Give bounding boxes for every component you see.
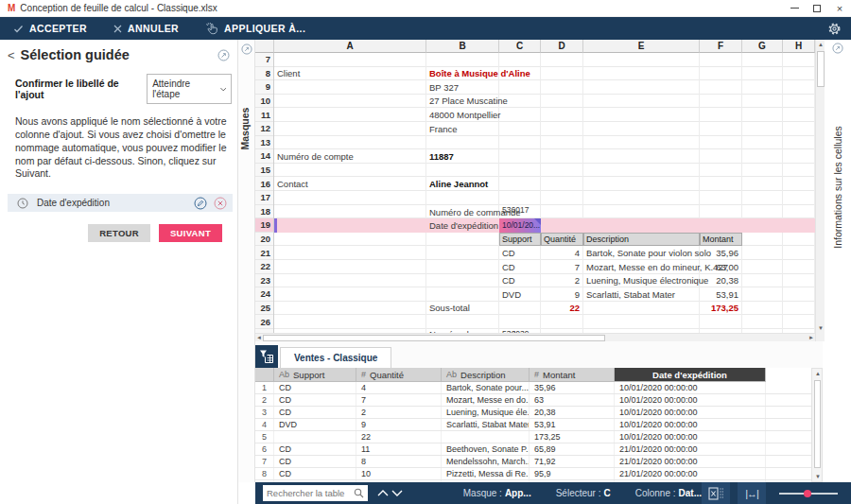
status-colonne[interactable]: Colonne :Dat...	[635, 488, 702, 498]
table-column-header-4[interactable]: #Montant	[530, 368, 615, 382]
sheet-cell-C19[interactable]: 10/01/20...	[499, 218, 541, 233]
table-cell[interactable]: 173,25	[530, 431, 615, 443]
table-scroll-up-icon[interactable]: ▲	[812, 371, 824, 376]
field-name-row[interactable]: Date d'expédition	[8, 194, 233, 212]
tab-ventes-classique[interactable]: Ventes - Classique	[280, 347, 391, 368]
table-column-header-1[interactable]: AbSupport	[274, 368, 356, 382]
sheet-cell-B18[interactable]: Numéro de commande	[426, 205, 499, 219]
column-header-A[interactable]: A	[274, 40, 426, 53]
close-button[interactable]: ×	[828, 0, 851, 16]
table-cell[interactable]: 53,91	[530, 419, 615, 430]
table-vertical-scrollbar[interactable]: ▲ ▼	[811, 368, 823, 482]
column-header-D[interactable]: D	[541, 40, 583, 53]
table-cell[interactable]: 35,96	[530, 382, 615, 393]
table-row[interactable]: 6CD11Beethoven, Sonate P...65,8921/01/20…	[255, 443, 811, 456]
masques-pin-icon[interactable]	[241, 43, 252, 55]
table-cell[interactable]: 9	[356, 419, 442, 430]
scroll-right-icon[interactable]: ►	[808, 335, 814, 340]
table-cell[interactable]: 63	[530, 394, 615, 406]
table-cell[interactable]: 21/01/2020 00:00:00	[615, 456, 766, 467]
table-cell[interactable]: 10/01/2020 00:00:00	[615, 394, 766, 406]
panel-pin-icon[interactable]	[217, 49, 230, 61]
cancel-button[interactable]: ANNULER	[100, 17, 192, 40]
table-row[interactable]: 3CD2Luening, Musique éle...20,3810/01/20…	[255, 407, 811, 419]
table-row[interactable]: 522173,2510/01/2020 00:00:00	[255, 431, 811, 443]
row-header-18[interactable]: 18	[255, 205, 274, 219]
sheet-cell-D23[interactable]: 2	[541, 274, 583, 288]
status-selecteur[interactable]: Sélecteur :C	[556, 488, 611, 498]
horizontal-scroll-thumb[interactable]	[263, 335, 605, 341]
search-input[interactable]	[267, 488, 354, 498]
table-cell[interactable]: 10/01/2020 00:00:00	[615, 407, 766, 418]
table-cell[interactable]: Pizzetti, Messa di Re...	[442, 468, 530, 479]
column-header-E[interactable]: E	[583, 40, 700, 53]
search-next-icon[interactable]	[390, 490, 404, 496]
row-header-7[interactable]: 7	[255, 53, 274, 67]
sheet-cell-A14[interactable]: Numéro de compte	[274, 149, 426, 164]
zoom-slider-handle[interactable]	[804, 490, 811, 497]
fit-width-icon[interactable]: |↔|	[738, 482, 766, 504]
row-header-17[interactable]: 17	[255, 191, 274, 205]
sheet-cell-C18[interactable]: 536017	[499, 205, 541, 219]
vertical-scrollbar[interactable]: ▲ ▼	[815, 40, 825, 341]
sheet-cell-E22[interactable]: Mozart, Messe en do mineur, K.427	[583, 260, 700, 274]
column-header-G[interactable]: G	[742, 40, 783, 53]
table-cell[interactable]: 11	[356, 443, 442, 455]
sheet-cell-E20[interactable]: Description	[583, 233, 700, 247]
sheet-cell-B12[interactable]: France	[426, 122, 499, 136]
table-cell[interactable]: CD	[274, 468, 356, 479]
minimize-button[interactable]	[783, 0, 806, 16]
sheet-cell-D20[interactable]: Quantité	[541, 233, 583, 247]
sheet-cell-C21[interactable]: CD	[499, 246, 541, 260]
sheet-cell-F20[interactable]: Montant	[700, 233, 742, 247]
excel-export-icon[interactable]	[702, 482, 730, 504]
table-corner-cell[interactable]	[255, 368, 274, 382]
table-row-number[interactable]: 7	[255, 456, 274, 467]
suivant-button[interactable]: SUIVANT	[159, 224, 222, 242]
sheet-cell-B8[interactable]: Boîte à Musique d'Aline	[426, 67, 499, 81]
cell-info-pin-icon[interactable]	[832, 43, 843, 54]
horizontal-scrollbar[interactable]: ◄ ►	[255, 333, 815, 341]
row-header-13[interactable]: 13	[255, 136, 274, 150]
row-header-8[interactable]: 8	[255, 67, 274, 81]
status-masque[interactable]: Masque :App...	[463, 488, 531, 498]
sheet-cell-B11[interactable]: 48000 Montpellier	[426, 108, 499, 122]
sheet-cell-A16[interactable]: Contact	[274, 177, 426, 191]
settings-gear-icon[interactable]	[827, 22, 842, 36]
table-row-number[interactable]: 3	[255, 407, 274, 418]
table-cell[interactable]: 2	[356, 407, 442, 418]
row-header-25[interactable]: 25	[255, 302, 274, 316]
table-row-number[interactable]: 6	[255, 443, 274, 455]
sheet-cell-B25[interactable]: Sous-total	[426, 302, 499, 316]
sheet-cell-D21[interactable]: 4	[541, 246, 583, 260]
table-cell[interactable]: 95,9	[530, 468, 615, 479]
table-cell[interactable]: 65,89	[530, 443, 615, 455]
table-cell[interactable]: 22	[356, 431, 442, 443]
table-search-box[interactable]	[263, 485, 368, 501]
table-cell[interactable]	[442, 431, 530, 443]
scroll-up-icon[interactable]: ▲	[816, 42, 825, 47]
table-cell[interactable]: CD	[274, 443, 356, 455]
row-header-9[interactable]: 9	[255, 80, 274, 95]
column-header-C[interactable]: C	[499, 40, 541, 53]
table-cell[interactable]: CD	[274, 394, 356, 406]
apply-to-button[interactable]: APPLIQUER À...	[192, 17, 319, 40]
table-scroll-thumb[interactable]	[814, 380, 821, 468]
table-row-number[interactable]: 4	[255, 419, 274, 430]
table-row[interactable]: 1CD4Bartok, Sonate pour...35,9610/01/202…	[255, 382, 811, 394]
table-cell[interactable]: CD	[274, 456, 356, 467]
funnel-table-icon[interactable]	[255, 345, 278, 368]
sheet-cell-F23[interactable]: 20,38	[700, 274, 742, 288]
table-cell[interactable]: 4	[356, 382, 442, 393]
row-header-14[interactable]: 14	[255, 149, 274, 164]
sheet-cell-B14[interactable]: 11887	[426, 149, 499, 164]
table-cell[interactable]: 21/01/2020 00:00:00	[615, 468, 766, 479]
table-cell[interactable]: CD	[274, 407, 356, 418]
sheet-cell-F25[interactable]: 173,25	[700, 302, 742, 316]
row-header-22[interactable]: 22	[255, 260, 274, 274]
vertical-scroll-thumb[interactable]	[817, 51, 825, 87]
row-header-24[interactable]: 24	[255, 287, 274, 302]
delete-x-icon[interactable]	[214, 197, 227, 210]
table-row[interactable]: 4DVD9Scarlatti, Stabat Mater53,9110/01/2…	[255, 419, 811, 431]
table-cell[interactable]: 71,92	[530, 456, 615, 467]
